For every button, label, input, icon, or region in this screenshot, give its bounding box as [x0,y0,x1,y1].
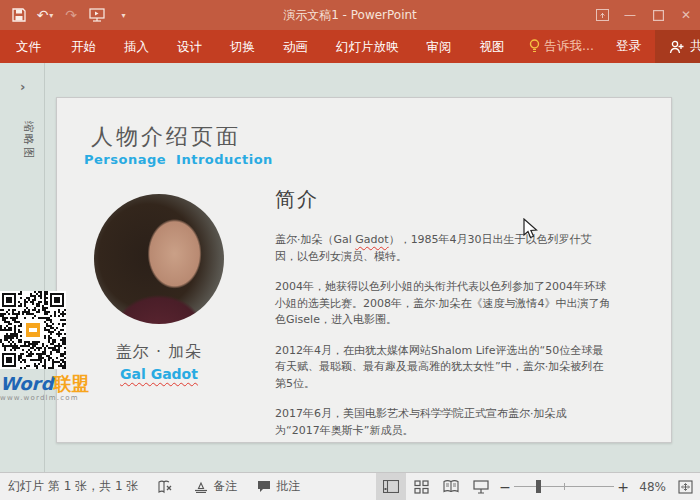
watermark-url: www.wordlm.com [0,394,70,402]
person-plus-icon [669,40,684,54]
fit-window-icon [678,480,693,494]
zoom-in-button[interactable]: + [614,479,632,495]
comment-icon [257,480,271,493]
notes-label: 备注 [213,478,237,495]
minimize-button[interactable]: — [616,0,644,30]
share-button[interactable]: 共享 [655,30,700,63]
slide-title[interactable]: 人物介绍页面 [91,122,241,152]
workspace: › 缩略图 人物介绍页面 Personage Introduction 盖尔 ·… [0,63,700,472]
notes-button[interactable]: 备注 [184,473,247,500]
tell-me-label: 告诉我... [545,38,594,55]
fit-slide-to-window-button[interactable] [672,473,698,500]
zoom-slider[interactable] [514,473,614,500]
sign-in-button[interactable]: 登录 [604,38,653,55]
close-button[interactable]: ✕ [672,0,700,30]
maximize-button[interactable] [644,0,672,30]
slideshow-view-button[interactable] [466,473,496,500]
undo-button[interactable]: ↶▾ [34,3,56,27]
thumbnail-pane-collapsed[interactable]: › 缩略图 [0,63,45,472]
slide-subtitle[interactable]: Personage Introduction [84,152,273,167]
undo-icon: ↶ [37,7,49,23]
tab-home[interactable]: 开始 [57,30,110,63]
watermark: Word联盟 www.wordlm.com [0,291,70,402]
watermark-logo: Word联盟 [0,374,70,394]
zoom-percentage[interactable]: 48% [632,480,672,494]
section-heading[interactable]: 简介 [275,186,319,213]
tab-review[interactable]: 审阅 [413,30,466,63]
ribbon-tab-row: 文件 开始 插入 设计 切换 动画 幻灯片放映 审阅 视图 告诉我... 登录 … [0,30,700,63]
comments-button[interactable]: 批注 [247,473,310,500]
expand-pane-chevron-icon[interactable]: › [20,79,25,94]
tab-file[interactable]: 文件 [0,30,57,63]
tab-slideshow[interactable]: 幻灯片放映 [322,30,413,63]
powerpoint-window: ↶▾ ↷ ▾ 演示文稿1 - PowerPoint — ✕ 文件 开始 插入 设… [0,0,700,500]
redo-icon: ↷ [65,7,77,23]
tell-me-box[interactable]: 告诉我... [519,38,604,55]
tab-view[interactable]: 视图 [466,30,519,63]
share-label: 共享 [690,38,700,55]
undo-caret-icon[interactable]: ▾ [49,11,53,20]
zoom-center-tick [564,483,565,490]
customize-qat-button[interactable]: ▾ [112,3,134,27]
comments-label: 批注 [276,478,300,495]
bio-paragraph: 2004年，她获得以色列小姐的头衔并代表以色列参加了2004年环球小姐的选美比赛… [275,279,611,329]
zoom-slider-handle[interactable] [536,480,541,493]
lightbulb-icon [529,39,540,54]
tab-animations[interactable]: 动画 [269,30,322,63]
window-controls: — ✕ [588,0,700,30]
reading-view-icon [443,480,459,493]
person-name-english[interactable]: Gal Gadot [94,366,224,382]
bio-text-box[interactable]: 盖尔·加朵（Gal Gadot），1985年4月30日出生于以色列罗什艾因，以色… [275,232,611,453]
portrait-photo[interactable] [94,194,224,324]
slideshow-icon [473,480,489,494]
ribbon-display-options-button[interactable] [588,0,616,30]
start-slideshow-button[interactable] [86,3,108,27]
tab-transitions[interactable]: 切换 [216,30,269,63]
bio-paragraph: 盖尔·加朵（Gal Gadot），1985年4月30日出生于以色列罗什艾因，以色… [275,232,611,265]
zoom-out-button[interactable]: − [496,479,514,495]
thumbnail-pane-label: 缩略图 [21,121,36,151]
quick-access-toolbar: ↶▾ ↷ ▾ [0,3,134,27]
slide-sorter-view-button[interactable] [406,473,436,500]
bio-paragraph: 2012年4月，在由犹太媒体网站Shalom Life评选出的“50位全球最有天… [275,343,611,393]
bio-paragraph: 2017年6月，美国电影艺术与科学学院正式宣布盖尔·加朵成为“2017年奥斯卡”… [275,406,611,439]
status-bar: 幻灯片 第 1 张，共 1 张 备注 批注 [0,472,700,500]
misspelled-word: Gadot [355,233,388,246]
qat-caret-icon: ▾ [121,11,125,20]
title-bar: ↶▾ ↷ ▾ 演示文稿1 - PowerPoint — ✕ [0,0,700,30]
proofing-error-icon [158,480,174,494]
tab-design[interactable]: 设计 [163,30,216,63]
person-name-chinese[interactable]: 盖尔 · 加朵 [94,342,224,363]
slide-canvas[interactable]: 人物介绍页面 Personage Introduction 盖尔 · 加朵 Ga… [56,97,672,443]
slide-sorter-icon [414,480,429,494]
qr-code [0,291,66,369]
slide-counter: 幻灯片 第 1 张，共 1 张 [0,478,148,495]
normal-view-button[interactable] [376,473,406,500]
save-icon[interactable] [8,3,30,27]
notes-icon [194,481,208,493]
reading-view-button[interactable] [436,473,466,500]
normal-view-icon [383,480,399,493]
tab-insert[interactable]: 插入 [110,30,163,63]
redo-button-disabled: ↷ [60,3,82,27]
spell-check-status-button[interactable] [148,473,184,500]
